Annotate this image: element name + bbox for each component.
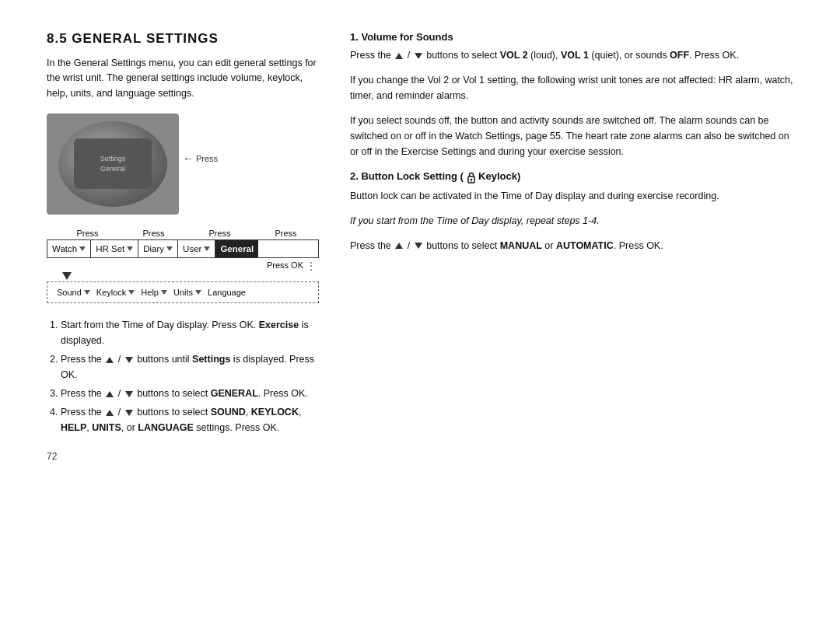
section2: 2. Button Lock Setting ( Keylock) Button… [350,170,793,253]
right-column: 1. Volume for Sounds Press the / buttons… [342,31,793,591]
menu-bar: Watch HR Set Diary User General [47,239,319,258]
press-ok-label: Press OK [267,260,303,271]
submenu-language: Language [205,286,249,299]
section2-para2: Press the / buttons to select MANUAL or … [350,238,793,253]
press-labels-row: Press Press Press Press [47,229,319,238]
submenu-language-label: Language [208,288,246,297]
steps-ol: Start from the Time of Day display. Pres… [47,317,319,435]
up-arrow-icon [106,357,114,363]
watch-screen-text1: Settings [100,154,126,164]
watch-body: Settings General [58,121,167,207]
diary-dropdown-icon [166,246,173,251]
menu-item-diary-label: Diary [143,244,164,253]
menu-item-hrset-label: HR Set [96,244,124,253]
watch-screen: Settings General [74,138,152,189]
press-label-1: Press [54,229,121,238]
steps-list: Start from the Time of Day display. Pres… [47,317,319,435]
submenu-sound-label: Sound [57,288,82,297]
down-arrow-icon-3 [125,410,133,416]
help-arrow-icon [161,290,167,295]
section2-italic: If you start from the Time of Day displa… [350,213,793,229]
keylock-arrow-icon [128,290,135,295]
down-arrow-icon [62,272,72,280]
menu-item-general: General [215,240,258,257]
units-arrow-icon [195,290,201,295]
watch-image: Settings General [47,114,179,215]
press-ok-row: Press OK ⋮ [47,260,319,271]
menu-item-user-label: User [183,244,201,253]
down-arrow-icon-step [125,357,133,363]
section2-title: 2. Button Lock Setting ( Keylock) [350,170,793,183]
section1-para3: If you select sounds off, the button and… [350,113,793,159]
step-2: Press the / buttons until Settings is di… [61,351,319,383]
section1-title: 1. Volume for Sounds [350,31,793,43]
press-arrow: Press [183,152,218,164]
press-label-4: Press [253,229,319,238]
submenu-dashed-box: Sound Keylock Help Units [47,281,319,303]
down-arrow-row [47,272,319,280]
submenu-units-label: Units [173,288,193,297]
sound-arrow-icon [84,290,90,295]
left-column: 8.5 GENERAL SETTINGS In the General Sett… [47,31,342,591]
hrset-dropdown-icon [127,246,133,251]
menu-item-watch: Watch [47,240,91,257]
user-dropdown-icon [204,246,210,251]
menu-item-user: User [178,240,215,257]
watch-screen-text2: General [100,164,125,174]
press-label-3: Press [187,229,253,238]
up-arrow-icon-3 [106,410,114,416]
menu-item-watch-label: Watch [52,244,77,253]
keylock-icon [467,171,476,183]
section2-para1: Button lock can be activated in the Time… [350,188,793,204]
submenu-bar: Sound Keylock Help Units [54,286,312,299]
submenu-help-label: Help [141,288,159,297]
press-label-2: Press [121,229,187,238]
submenu-units: Units [170,286,205,299]
watch-dropdown-icon [79,246,86,251]
submenu-keylock: Keylock [93,286,138,299]
menu-item-diary: Diary [138,240,178,257]
page-number: 72 [47,451,319,462]
dotted-icon: ⋮ [306,260,316,271]
press-label: Press [196,154,218,163]
section1-para2: If you change the Vol 2 or Vol 1 setting… [350,72,793,103]
submenu-sound: Sound [54,286,93,299]
submenu-help: Help [138,286,170,299]
vol-up-icon [395,53,403,59]
svg-point-1 [470,178,471,180]
nav-diagram: Press Press Press Press Watch HR Set Dia… [47,229,319,303]
up-arrow-icon-2 [106,391,114,397]
down-arrow-icon-2 [125,391,133,397]
manual-up-icon [395,243,403,249]
page: 8.5 GENERAL SETTINGS In the General Sett… [0,0,840,622]
step-1: Start from the Time of Day display. Pres… [61,317,319,348]
intro-text: In the General Settings menu, you can ed… [47,56,319,101]
submenu-keylock-label: Keylock [96,288,127,297]
vol-down-icon [415,53,422,59]
menu-item-general-label: General [220,244,254,253]
manual-down-icon [415,243,422,249]
menu-item-hrset: HR Set [91,240,138,257]
step-3: Press the / buttons to select GENERAL. P… [61,386,319,401]
section1-para1: Press the / buttons to select VOL 2 (lou… [350,47,793,63]
step-4: Press the / buttons to select SOUND, KEY… [61,404,319,435]
section-title: 8.5 GENERAL SETTINGS [47,31,319,47]
